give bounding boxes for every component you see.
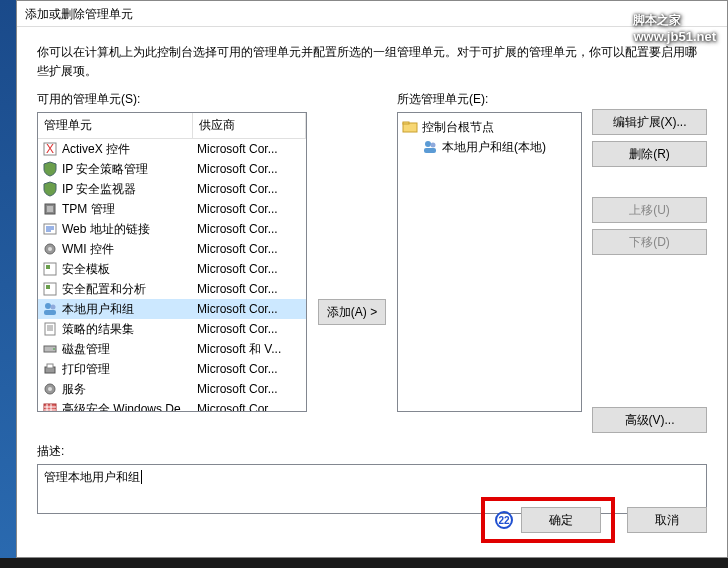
item-vendor: Microsoft Cor... [197,382,306,396]
item-vendor: Microsoft Cor... [197,282,306,296]
svg-rect-14 [45,323,55,335]
svg-text:X: X [46,142,54,156]
ok-button[interactable]: 确定 [521,507,601,533]
list-item[interactable]: Web 地址的链接Microsoft Cor... [38,219,306,239]
watermark: 脚本之家 www.jb51.net [633,8,716,44]
users-icon [42,301,58,317]
svg-rect-25 [403,122,409,124]
item-vendor: Microsoft Cor... [197,162,306,176]
doc-icon [42,321,58,337]
svg-rect-8 [46,265,50,269]
list-header: 管理单元 供应商 [38,113,306,139]
svg-rect-10 [46,285,50,289]
cancel-button[interactable]: 取消 [627,507,707,533]
svg-point-20 [48,387,52,391]
list-item[interactable]: 安全模板Microsoft Cor... [38,259,306,279]
item-vendor: Microsoft Cor... [197,322,306,336]
item-name: 本地用户和组 [62,301,197,318]
chip-icon [42,201,58,217]
advanced-button[interactable]: 高级(V)... [592,407,707,433]
add-button[interactable]: 添加(A) > [318,299,386,325]
selected-label: 所选管理单元(E): [397,91,582,108]
item-vendor: Microsoft Cor... [197,202,306,216]
list-item[interactable]: 安全配置和分析Microsoft Cor... [38,279,306,299]
svg-point-6 [48,247,52,251]
folder-icon [402,119,418,135]
description-label: 描述: [37,443,707,460]
svg-rect-28 [424,148,436,153]
item-name: 服务 [62,381,197,398]
svg-rect-21 [44,404,56,412]
svg-point-12 [51,305,56,310]
available-label: 可用的管理单元(S): [37,91,307,108]
shield-icon [42,181,58,197]
gear-icon [42,381,58,397]
item-name: IP 安全策略管理 [62,161,197,178]
item-name: 安全配置和分析 [62,281,197,298]
item-vendor: Microsoft Cor... [197,362,306,376]
step-badge: 22 [495,511,513,529]
item-vendor: Microsoft Cor... [197,402,306,412]
list-item[interactable]: 磁盘管理Microsoft 和 V... [38,339,306,359]
shield-icon [42,161,58,177]
dialog-intro: 你可以在计算机上为此控制台选择可用的管理单元并配置所选的一组管理单元。对于可扩展… [17,27,727,91]
list-item[interactable]: IP 安全策略管理Microsoft Cor... [38,159,306,179]
list-item[interactable]: 高级安全 Windows De...Microsoft Cor... [38,399,306,412]
list-item[interactable]: 策略的结果集Microsoft Cor... [38,319,306,339]
item-vendor: Microsoft Cor... [197,262,306,276]
disk-icon [42,341,58,357]
tree-child[interactable]: 本地用户和组(本地) [402,137,577,157]
list-item[interactable]: 服务Microsoft Cor... [38,379,306,399]
item-vendor: Microsoft Cor... [197,302,306,316]
item-name: 高级安全 Windows De... [62,401,197,413]
svg-point-16 [53,348,55,350]
link-icon [42,221,58,237]
svg-point-11 [45,303,51,309]
list-item[interactable]: XActiveX 控件Microsoft Cor... [38,139,306,159]
list-item[interactable]: WMI 控件Microsoft Cor... [38,239,306,259]
ok-highlight-box: 22 确定 [481,497,615,543]
printer-icon [42,361,58,377]
item-name: 策略的结果集 [62,321,197,338]
list-item[interactable]: 打印管理Microsoft Cor... [38,359,306,379]
item-name: 磁盘管理 [62,341,197,358]
svg-rect-3 [47,206,53,212]
available-snapins-list[interactable]: 管理单元 供应商 XActiveX 控件Microsoft Cor...IP 安… [37,112,307,412]
svg-rect-13 [44,310,56,315]
edit-extensions-button[interactable]: 编辑扩展(X)... [592,109,707,135]
item-vendor: Microsoft Cor... [197,242,306,256]
selected-snapins-tree[interactable]: 控制台根节点 本地用户和组(本地) [397,112,582,412]
snapin-dialog: 添加或删除管理单元 你可以在计算机上为此控制台选择可用的管理单元并配置所选的一组… [16,0,728,558]
list-item[interactable]: 本地用户和组Microsoft Cor... [38,299,306,319]
firewall-icon [42,401,58,412]
template-icon [42,281,58,297]
list-item[interactable]: TPM 管理Microsoft Cor... [38,199,306,219]
item-vendor: Microsoft 和 V... [197,341,306,358]
svg-point-27 [431,143,436,148]
item-name: Web 地址的链接 [62,221,197,238]
svg-rect-18 [47,364,53,368]
item-name: TPM 管理 [62,201,197,218]
col-snapin[interactable]: 管理单元 [38,113,193,138]
item-name: 打印管理 [62,361,197,378]
list-item[interactable]: IP 安全监视器Microsoft Cor... [38,179,306,199]
move-up-button[interactable]: 上移(U) [592,197,707,223]
item-name: ActiveX 控件 [62,141,197,158]
svg-point-26 [425,141,431,147]
item-name: WMI 控件 [62,241,197,258]
item-vendor: Microsoft Cor... [197,182,306,196]
activex-icon: X [42,141,58,157]
users-icon [422,139,438,155]
item-vendor: Microsoft Cor... [197,142,306,156]
item-name: IP 安全监视器 [62,181,197,198]
item-vendor: Microsoft Cor... [197,222,306,236]
tree-root[interactable]: 控制台根节点 [402,117,577,137]
remove-button[interactable]: 删除(R) [592,141,707,167]
move-down-button[interactable]: 下移(D) [592,229,707,255]
template-icon [42,261,58,277]
item-name: 安全模板 [62,261,197,278]
gear-icon [42,241,58,257]
dialog-title: 添加或删除管理单元 [17,1,727,27]
col-vendor[interactable]: 供应商 [193,113,306,138]
